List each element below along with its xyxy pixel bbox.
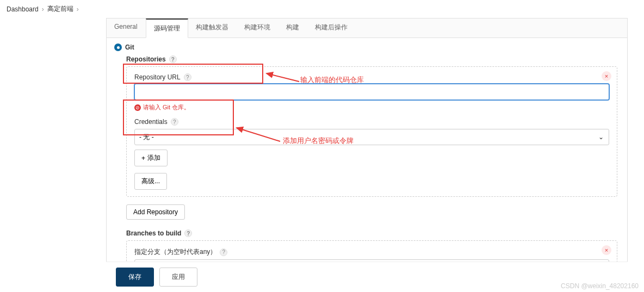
branches-label: Branches to build ? [126,229,617,237]
config-tabs: General 源码管理 构建触发器 构建环境 构建 构建后操作 [107,18,627,38]
credentials-select[interactable]: - 无 - [134,129,609,145]
tab-scm[interactable]: 源码管理 [146,18,188,38]
content-area: Git Repositories ? × Repository URL ? ⊘ … [107,38,627,292]
plus-icon: + [141,154,145,162]
chevron-right-icon: › [77,5,79,13]
radio-selected-icon [114,44,122,51]
repository-block: × Repository URL ? ⊘ 请输入 Git 仓库。 Credent… [126,66,617,197]
breadcrumb-item-dashboard[interactable]: Dashboard [7,5,39,13]
help-icon[interactable]: ? [220,248,227,256]
action-bar: 保存 应用 [106,262,628,292]
help-icon[interactable]: ? [171,118,178,126]
breadcrumb-item-project[interactable]: 高定前端 [47,4,73,14]
git-label: Git [125,44,134,51]
tab-build[interactable]: 构建 [278,18,307,38]
config-panel: General 源码管理 构建触发器 构建环境 构建 构建后操作 Git Rep… [106,18,628,292]
add-credentials-button[interactable]: + 添加 [134,150,168,166]
tab-general[interactable]: General [107,18,146,38]
watermark: CSDN @weixin_48202160 [561,282,639,290]
tab-triggers[interactable]: 构建触发器 [188,18,237,38]
scm-git-option[interactable]: Git [114,44,617,51]
repo-url-input[interactable] [134,84,609,100]
breadcrumb: Dashboard › 高定前端 › [0,0,644,18]
branch-spec-label: 指定分支（为空时代表any） ? [134,247,609,257]
repositories-label: Repositories ? [126,55,617,63]
repo-url-label: Repository URL ? [134,73,609,81]
help-icon[interactable]: ? [169,55,177,63]
save-button[interactable]: 保存 [116,268,154,287]
error-icon: ⊘ [134,104,141,111]
apply-button[interactable]: 应用 [159,268,197,287]
add-repository-button[interactable]: Add Repository [126,204,185,220]
advanced-button[interactable]: 高级... [134,173,167,190]
close-icon[interactable]: × [602,71,611,81]
tab-post[interactable]: 构建后操作 [307,18,356,38]
help-icon[interactable]: ? [184,229,192,237]
help-icon[interactable]: ? [184,73,191,81]
chevron-right-icon: › [42,5,44,13]
tab-env[interactable]: 构建环境 [237,18,278,38]
close-icon[interactable]: × [602,245,611,255]
repo-url-error: ⊘ 请输入 Git 仓库。 [134,103,609,111]
credentials-label: Credentials ? [134,118,609,126]
